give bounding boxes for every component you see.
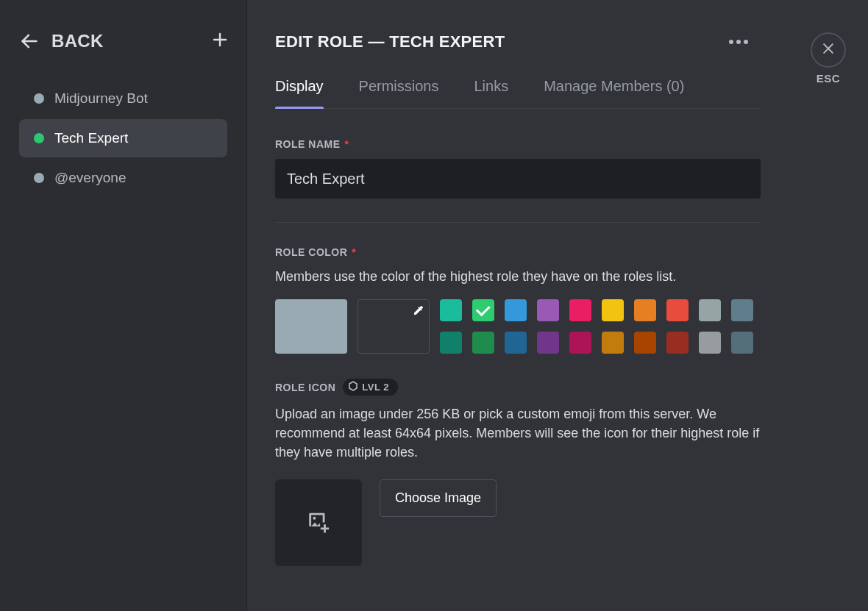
boost-level-badge: LVL 2 [343, 379, 398, 396]
color-swatch[interactable] [602, 332, 624, 354]
close-button[interactable] [811, 32, 846, 68]
roles-sidebar: BACK Midjourney Bot Tech Expert @everyon… [0, 0, 247, 611]
tab-links[interactable]: Links [474, 71, 509, 108]
role-label: Tech Expert [54, 130, 128, 146]
color-default-swatch[interactable] [275, 299, 347, 354]
color-swatch[interactable] [537, 332, 559, 354]
tabs: Display Permissions Links Manage Members… [275, 71, 761, 109]
color-swatch[interactable] [505, 299, 527, 321]
color-swatch[interactable] [699, 299, 721, 321]
role-icon-label: ROLE ICON [275, 382, 335, 393]
role-item-midjourney-bot[interactable]: Midjourney Bot [19, 79, 227, 118]
page-title: EDIT ROLE — TECH EXPERT [275, 32, 505, 51]
required-star: * [345, 138, 349, 150]
color-swatch[interactable] [634, 299, 656, 321]
image-upload-icon [306, 509, 331, 537]
arrow-left-icon [19, 31, 40, 51]
back-label: BACK [51, 31, 104, 51]
role-color-label: ROLE COLOR * [275, 246, 761, 258]
color-swatch[interactable] [634, 332, 656, 354]
roles-list: Midjourney Bot Tech Expert @everyone [9, 79, 238, 197]
color-swatch[interactable] [472, 332, 494, 354]
color-swatch[interactable] [699, 332, 721, 354]
divider [275, 222, 761, 223]
esc-label: ESC [817, 72, 840, 85]
role-icon-desc: Upload an image under 256 KB or pick a c… [275, 404, 761, 462]
back-button[interactable]: BACK [19, 31, 104, 51]
tab-permissions[interactable]: Permissions [359, 71, 439, 108]
color-swatch[interactable] [472, 299, 494, 321]
role-item-everyone[interactable]: @everyone [19, 159, 227, 197]
color-swatch[interactable] [731, 332, 753, 354]
role-color-dot [34, 93, 44, 104]
upload-image-tile[interactable] [275, 479, 362, 566]
color-swatch[interactable] [666, 299, 689, 321]
role-label: @everyone [54, 170, 126, 186]
close-settings: ESC [811, 32, 846, 85]
plus-icon [211, 31, 229, 51]
color-swatch-grid [440, 299, 753, 354]
color-swatch[interactable] [731, 299, 753, 321]
color-picker [275, 299, 761, 354]
color-swatch[interactable] [440, 299, 462, 321]
role-name-label: ROLE NAME * [275, 138, 761, 150]
role-label: Midjourney Bot [54, 90, 148, 107]
svg-point-5 [729, 40, 733, 44]
required-star: * [352, 246, 356, 258]
svg-point-8 [313, 517, 316, 520]
ellipsis-icon [728, 39, 749, 45]
svg-point-7 [744, 40, 748, 44]
role-color-dot [34, 133, 44, 143]
close-icon [821, 41, 836, 59]
color-custom-swatch[interactable] [357, 299, 430, 354]
main-content: ESC EDIT ROLE — TECH EXPERT Display Perm… [247, 0, 868, 611]
tab-display[interactable]: Display [275, 71, 324, 108]
role-color-dot [34, 173, 44, 183]
color-swatch[interactable] [569, 299, 591, 321]
color-swatch[interactable] [440, 332, 462, 354]
color-swatch[interactable] [537, 299, 559, 321]
role-color-desc: Members use the color of the highest rol… [275, 267, 761, 286]
color-swatch[interactable] [505, 332, 527, 354]
overflow-menu-button[interactable] [725, 36, 752, 48]
role-item-tech-expert[interactable]: Tech Expert [19, 119, 227, 157]
role-name-input[interactable] [275, 159, 761, 199]
svg-point-6 [736, 40, 741, 44]
color-swatch[interactable] [666, 332, 689, 354]
color-swatch[interactable] [602, 299, 624, 321]
add-role-button[interactable] [208, 29, 232, 53]
choose-image-button[interactable]: Choose Image [380, 479, 497, 517]
tab-manage-members[interactable]: Manage Members (0) [544, 71, 684, 108]
boost-icon [349, 381, 357, 393]
color-swatch[interactable] [569, 332, 591, 354]
